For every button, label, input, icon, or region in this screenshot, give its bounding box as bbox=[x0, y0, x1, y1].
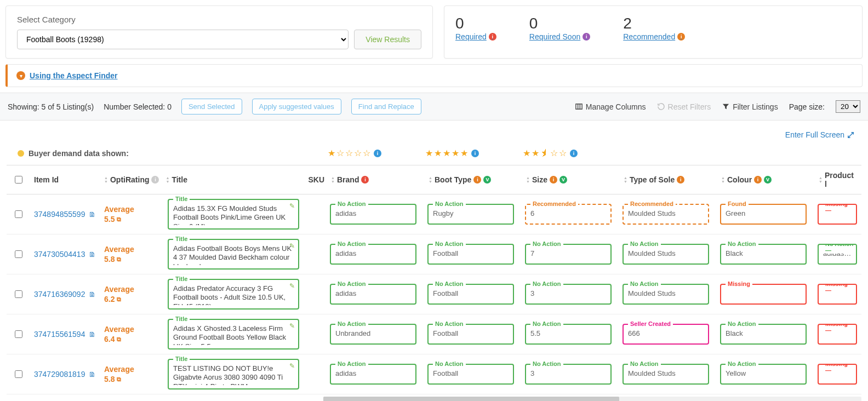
variation-badge-icon[interactable]: V bbox=[559, 176, 567, 184]
page-size-select[interactable]: 20 bbox=[836, 100, 860, 113]
aspect-brand[interactable]: No Actionadidas bbox=[330, 204, 416, 225]
item-id-link[interactable]: 374715561594 bbox=[34, 330, 85, 339]
document-icon[interactable]: 🗎 bbox=[89, 330, 96, 339]
item-id-link[interactable]: 374894855599 bbox=[34, 210, 85, 219]
external-link-icon[interactable]: ⧉ bbox=[117, 255, 121, 263]
title-cell[interactable]: Title✎Adidas Predator Accuracy 3 FG Foot… bbox=[168, 279, 299, 310]
aspect-colour[interactable]: Missing bbox=[720, 284, 807, 305]
aspect-product[interactable]: Missing — bbox=[818, 284, 857, 305]
stat-label-link[interactable]: Required i bbox=[455, 32, 496, 41]
sort-icon[interactable]: ▲▼ bbox=[721, 176, 725, 184]
pencil-icon[interactable]: ✎ bbox=[289, 362, 295, 370]
aspect-brand[interactable]: No Actionadidas bbox=[330, 244, 416, 265]
category-select[interactable]: Football Boots (19298) bbox=[17, 30, 349, 49]
aspect-product[interactable]: Missing — bbox=[818, 204, 857, 225]
send-selected-button[interactable]: Send Selected bbox=[181, 99, 242, 114]
sort-icon[interactable]: ▲▼ bbox=[624, 176, 627, 184]
info-icon[interactable]: i bbox=[471, 150, 479, 157]
sort-icon[interactable]: ▲▼ bbox=[331, 176, 335, 184]
select-all-checkbox[interactable] bbox=[15, 176, 22, 184]
row-checkbox[interactable] bbox=[15, 370, 22, 378]
row-checkbox[interactable] bbox=[15, 210, 22, 218]
aspect-boot-type[interactable]: No ActionFootball bbox=[427, 364, 514, 385]
aspect-value bbox=[726, 287, 801, 289]
aspect-size[interactable]: Recommended6 bbox=[525, 204, 612, 225]
aspect-product[interactable]: No Action —adidas Ka bbox=[818, 244, 857, 265]
title-cell[interactable]: Title✎Adidas Football Boots Boys Mens UK… bbox=[168, 239, 299, 270]
document-icon[interactable]: 🗎 bbox=[89, 290, 96, 299]
sort-icon[interactable]: ▲▼ bbox=[819, 176, 823, 184]
filter-listings-button[interactable]: Filter Listings bbox=[722, 102, 778, 111]
external-link-icon[interactable]: ⧉ bbox=[117, 335, 121, 343]
item-id-link[interactable]: 374716369092 bbox=[34, 290, 85, 299]
recommended-badge-icon[interactable]: i bbox=[677, 176, 684, 184]
aspect-type-of-sole[interactable]: No ActionMoulded Studs bbox=[623, 244, 709, 265]
aspect-colour[interactable]: No ActionYellow bbox=[720, 364, 807, 385]
aspect-boot-type[interactable]: No ActionFootball bbox=[427, 244, 514, 265]
aspect-type-of-sole[interactable]: Seller Created666 bbox=[623, 324, 709, 345]
aspect-boot-type[interactable]: No ActionFootball bbox=[427, 284, 514, 305]
info-icon[interactable]: i bbox=[151, 176, 159, 184]
variation-badge-icon[interactable]: V bbox=[764, 176, 772, 184]
aspect-brand[interactable]: No Actionadidas bbox=[330, 364, 416, 385]
pencil-icon[interactable]: ✎ bbox=[289, 202, 295, 210]
aspect-brand[interactable]: No ActionUnbranded bbox=[330, 324, 416, 345]
external-link-icon[interactable]: ⧉ bbox=[117, 375, 121, 383]
aspect-type-of-sole[interactable]: No ActionMoulded Studs bbox=[623, 284, 709, 305]
recommended-badge-icon[interactable]: i bbox=[754, 176, 762, 184]
variation-badge-icon[interactable]: V bbox=[483, 176, 491, 184]
aspect-colour[interactable]: No ActionBlack bbox=[720, 244, 807, 265]
reset-filters-button[interactable]: Reset Filters bbox=[657, 102, 711, 111]
view-results-button[interactable]: View Results bbox=[354, 30, 421, 49]
document-icon[interactable]: 🗎 bbox=[89, 370, 96, 379]
title-cell[interactable]: Title✎TEST LISTING DO NOT BUY!e Gigabvte… bbox=[168, 359, 299, 389]
find-replace-button[interactable]: Find and Replace bbox=[351, 99, 421, 114]
row-checkbox[interactable] bbox=[15, 250, 22, 258]
manage-columns-button[interactable]: Manage Columns bbox=[575, 102, 646, 111]
required-badge-icon[interactable]: i bbox=[361, 176, 369, 184]
stat-label-link[interactable]: Required Soon i bbox=[529, 32, 590, 41]
listings-table: Buyer demand data shown: ★☆☆☆☆i ★★★★★i ★… bbox=[0, 144, 868, 394]
pencil-icon[interactable]: ✎ bbox=[289, 322, 295, 330]
document-icon[interactable]: 🗎 bbox=[89, 210, 96, 219]
aspect-boot-type[interactable]: No ActionFootball bbox=[427, 324, 514, 345]
aspect-product[interactable]: Missing — bbox=[818, 324, 857, 345]
external-link-icon[interactable]: ⧉ bbox=[117, 295, 121, 303]
aspect-colour[interactable]: FoundGreen bbox=[720, 204, 807, 225]
document-icon[interactable]: 🗎 bbox=[89, 250, 96, 259]
info-icon[interactable]: i bbox=[374, 150, 381, 157]
aspect-product[interactable]: Missing — bbox=[818, 364, 857, 385]
aspect-type-of-sole[interactable]: No ActionMoulded Studs bbox=[623, 364, 709, 385]
aspect-type-of-sole[interactable]: RecommendedMoulded Studs bbox=[623, 204, 709, 225]
aspect-boot-type[interactable]: No ActionRugby bbox=[427, 204, 514, 225]
stat-label-link[interactable]: Recommended i bbox=[623, 32, 685, 41]
sort-icon[interactable]: ▲▼ bbox=[104, 176, 108, 184]
pencil-icon[interactable]: ✎ bbox=[289, 242, 295, 250]
external-link-icon[interactable]: ⧉ bbox=[117, 215, 121, 223]
enter-fullscreen-link[interactable]: Enter Full Screen bbox=[785, 130, 855, 139]
title-cell[interactable]: Title✎Adidas X Ghosted.3 Laceless Firm G… bbox=[168, 319, 299, 350]
sort-icon[interactable]: ▲▼ bbox=[526, 176, 530, 184]
aspect-finder-link[interactable]: Using the Aspect Finder bbox=[30, 71, 118, 80]
apply-suggested-button[interactable]: Apply suggested values bbox=[252, 99, 341, 114]
recommended-badge-icon[interactable]: i bbox=[473, 176, 481, 184]
aspect-value: adidas bbox=[335, 367, 411, 377]
item-id-link[interactable]: 374730504413 bbox=[34, 250, 85, 259]
aspect-size[interactable]: No Action3 bbox=[525, 284, 612, 305]
title-cell[interactable]: Title✎Adidas 15.3X FG Moulded Studs Foot… bbox=[168, 199, 299, 230]
info-icon[interactable]: i bbox=[570, 150, 578, 157]
sort-icon[interactable]: ▲▼ bbox=[165, 176, 169, 184]
aspect-size[interactable]: No Action5.5 bbox=[525, 324, 612, 345]
aspect-colour[interactable]: No ActionBlack bbox=[720, 324, 807, 345]
aspect-size[interactable]: No Action7 bbox=[525, 244, 612, 265]
aspect-size[interactable]: No Action3 bbox=[525, 364, 612, 385]
recommended-badge-icon[interactable]: i bbox=[550, 176, 557, 184]
aspect-brand[interactable]: No Actionadidas bbox=[330, 284, 416, 305]
horizontal-scrollbar[interactable] bbox=[323, 397, 861, 401]
row-checkbox[interactable] bbox=[15, 330, 22, 338]
sort-icon[interactable]: ▲▼ bbox=[429, 176, 432, 184]
pencil-icon[interactable]: ✎ bbox=[289, 282, 295, 290]
chevron-down-icon[interactable]: ▾ bbox=[16, 71, 25, 80]
item-id-link[interactable]: 374729081819 bbox=[34, 370, 85, 379]
row-checkbox[interactable] bbox=[15, 290, 22, 298]
